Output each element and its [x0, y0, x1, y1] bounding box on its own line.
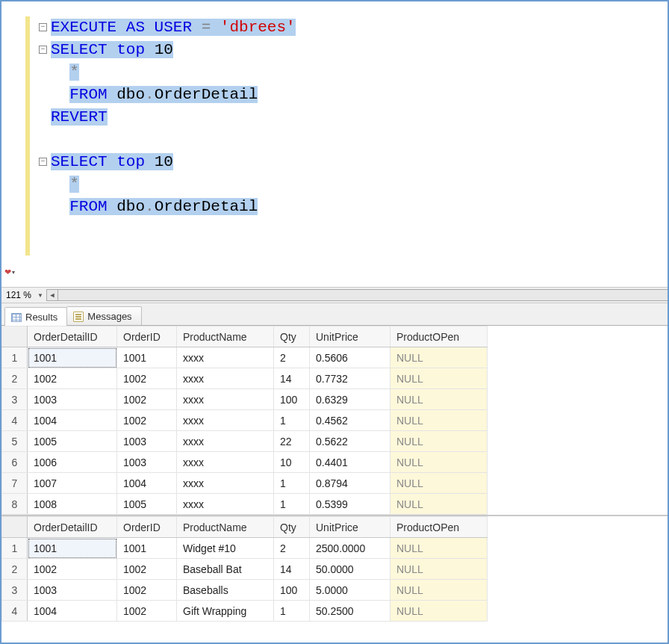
- cell[interactable]: 1004: [117, 473, 177, 494]
- column-header[interactable]: Qty: [274, 326, 310, 347]
- cell[interactable]: NULL: [390, 473, 488, 494]
- cell[interactable]: 1003: [117, 452, 177, 473]
- row-number[interactable]: 3: [2, 389, 28, 410]
- code-line[interactable]: −SELECT top 10: [40, 151, 665, 173]
- code-line[interactable]: REVERT: [40, 106, 665, 129]
- cell[interactable]: 1001: [117, 347, 177, 368]
- cell[interactable]: NULL: [390, 431, 488, 452]
- code-line[interactable]: FROM dbo.OrderDetail: [40, 84, 665, 106]
- cell[interactable]: 1001: [28, 347, 117, 368]
- column-header[interactable]: UnitPrice: [310, 326, 390, 347]
- cell[interactable]: NULL: [390, 494, 488, 515]
- column-header[interactable]: Qty: [274, 517, 310, 538]
- code-line[interactable]: [40, 129, 665, 151]
- cell[interactable]: 1002: [117, 559, 177, 580]
- cell[interactable]: 100: [274, 389, 310, 410]
- cell[interactable]: 2500.0000: [310, 538, 390, 559]
- cell[interactable]: xxxx: [177, 494, 274, 515]
- cell[interactable]: 0.5399: [310, 494, 390, 515]
- cell[interactable]: NULL: [390, 538, 488, 559]
- code-line[interactable]: −SELECT top 10: [40, 39, 665, 61]
- cell[interactable]: xxxx: [177, 473, 274, 494]
- cell[interactable]: 1001: [28, 538, 117, 559]
- cell[interactable]: xxxx: [177, 410, 274, 431]
- bookmark-indicator-icon[interactable]: ❤▾: [3, 266, 16, 278]
- cell[interactable]: NULL: [390, 559, 488, 580]
- cell[interactable]: 2: [274, 347, 310, 368]
- cell[interactable]: NULL: [390, 580, 488, 601]
- sql-editor[interactable]: ❤▾ −EXECUTE AS USER = 'dbrees'−SELECT to…: [1, 1, 668, 287]
- row-number[interactable]: 7: [2, 473, 28, 494]
- cell[interactable]: xxxx: [177, 389, 274, 410]
- column-header[interactable]: OrderDetailID: [28, 326, 117, 347]
- cell[interactable]: 1: [274, 473, 310, 494]
- cell[interactable]: 1006: [28, 452, 117, 473]
- table-row[interactable]: 110011001xxxx20.5606NULL: [2, 347, 488, 368]
- cell[interactable]: 0.5622: [310, 431, 390, 452]
- cell[interactable]: Widget #10: [177, 538, 274, 559]
- table-row[interactable]: 310031002Baseballs1005.0000NULL: [2, 580, 488, 601]
- cell[interactable]: Baseballs: [177, 580, 274, 601]
- cell[interactable]: NULL: [390, 601, 488, 622]
- cell[interactable]: 1002: [117, 410, 177, 431]
- fold-toggle-icon[interactable]: −: [39, 23, 47, 31]
- column-header[interactable]: OrderID: [117, 517, 177, 538]
- row-number[interactable]: 5: [2, 431, 28, 452]
- cell[interactable]: 1003: [117, 431, 177, 452]
- table-row[interactable]: 710071004xxxx10.8794NULL: [2, 473, 488, 494]
- cell[interactable]: NULL: [390, 368, 488, 389]
- cell[interactable]: 1002: [28, 559, 117, 580]
- cell[interactable]: 1002: [117, 580, 177, 601]
- cell[interactable]: 5.0000: [310, 580, 390, 601]
- row-number[interactable]: 6: [2, 452, 28, 473]
- code-line[interactable]: −EXECUTE AS USER = 'dbrees': [40, 16, 665, 39]
- row-number[interactable]: 1: [2, 538, 28, 559]
- cell[interactable]: 1005: [117, 494, 177, 515]
- cell[interactable]: NULL: [390, 452, 488, 473]
- results-table[interactable]: OrderDetailIDOrderIDProductNameQtyUnitPr…: [1, 516, 488, 622]
- code-area[interactable]: −EXECUTE AS USER = 'dbrees'−SELECT top 1…: [34, 1, 668, 287]
- cell[interactable]: 50.0000: [310, 559, 390, 580]
- table-row[interactable]: 410041002Gift Wrapping150.2500NULL: [2, 601, 488, 622]
- cell[interactable]: NULL: [390, 410, 488, 431]
- cell[interactable]: 1: [274, 410, 310, 431]
- column-header[interactable]: ProductOPen: [390, 326, 488, 347]
- row-number[interactable]: 4: [2, 410, 28, 431]
- row-number[interactable]: 2: [2, 559, 28, 580]
- cell[interactable]: 0.5606: [310, 347, 390, 368]
- cell[interactable]: 50.2500: [310, 601, 390, 622]
- row-number[interactable]: 1: [2, 347, 28, 368]
- table-row[interactable]: 510051003xxxx220.5622NULL: [2, 431, 488, 452]
- fold-toggle-icon[interactable]: −: [39, 158, 47, 166]
- cell[interactable]: 100: [274, 580, 310, 601]
- cell[interactable]: xxxx: [177, 347, 274, 368]
- table-row[interactable]: 210021002Baseball Bat1450.0000NULL: [2, 559, 488, 580]
- cell[interactable]: 1004: [28, 410, 117, 431]
- cell[interactable]: 1005: [28, 431, 117, 452]
- cell[interactable]: 1007: [28, 473, 117, 494]
- row-number-header[interactable]: [2, 517, 28, 538]
- cell[interactable]: 1003: [28, 389, 117, 410]
- cell[interactable]: 22: [274, 431, 310, 452]
- cell[interactable]: Gift Wrapping: [177, 601, 274, 622]
- hscroll-left-button[interactable]: ◄: [46, 289, 58, 301]
- tab-results[interactable]: Results: [4, 307, 67, 326]
- cell[interactable]: 14: [274, 368, 310, 389]
- cell[interactable]: 0.7732: [310, 368, 390, 389]
- cell[interactable]: 0.6329: [310, 389, 390, 410]
- cell[interactable]: NULL: [390, 347, 488, 368]
- cell[interactable]: 2: [274, 538, 310, 559]
- code-line[interactable]: *: [40, 61, 665, 84]
- hscroll-track[interactable]: [58, 289, 668, 301]
- row-number-header[interactable]: [2, 326, 28, 347]
- cell[interactable]: 1: [274, 601, 310, 622]
- cell[interactable]: 0.4562: [310, 410, 390, 431]
- code-line[interactable]: *: [40, 173, 665, 196]
- zoom-level[interactable]: 121 %: [3, 290, 34, 300]
- column-header[interactable]: ProductName: [177, 517, 274, 538]
- table-row[interactable]: 610061003xxxx100.4401NULL: [2, 452, 488, 473]
- cell[interactable]: 1002: [117, 601, 177, 622]
- table-row[interactable]: 410041002xxxx10.4562NULL: [2, 410, 488, 431]
- table-row[interactable]: 810081005xxxx10.5399NULL: [2, 494, 488, 515]
- cell[interactable]: 14: [274, 559, 310, 580]
